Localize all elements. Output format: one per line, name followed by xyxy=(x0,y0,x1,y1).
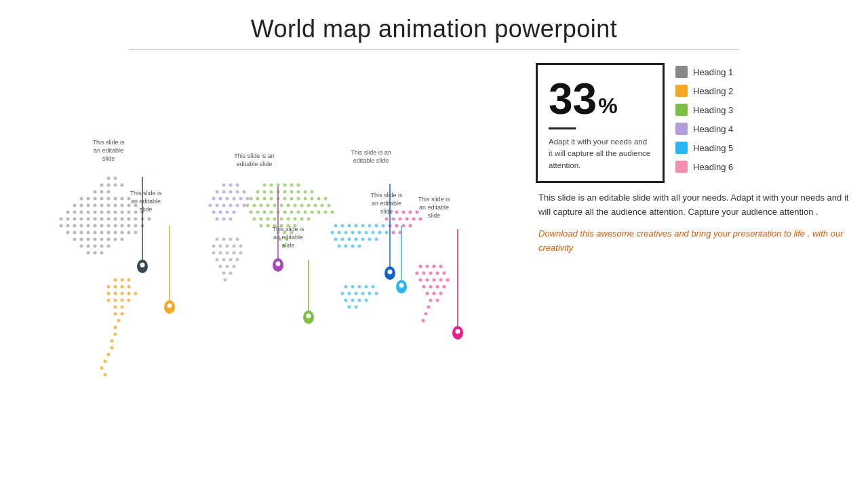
svg-point-94 xyxy=(114,279,117,282)
svg-point-36 xyxy=(94,218,97,221)
svg-point-48 xyxy=(80,224,83,228)
svg-point-108 xyxy=(121,299,124,302)
svg-point-264 xyxy=(385,231,389,235)
map-area: This slide is an editable slide This sli… xyxy=(0,49,529,483)
svg-point-306 xyxy=(402,224,406,228)
svg-point-227 xyxy=(253,218,256,221)
svg-text:slide: slide xyxy=(380,208,393,215)
svg-text:This slide is: This slide is xyxy=(130,190,162,197)
svg-point-214 xyxy=(250,211,253,214)
legend-color-swatch xyxy=(675,66,688,78)
svg-text:editable slide: editable slide xyxy=(353,157,389,164)
svg-point-172 xyxy=(229,272,233,275)
svg-point-123 xyxy=(222,184,226,187)
svg-point-63 xyxy=(100,231,104,235)
stat-percent: % xyxy=(598,95,617,117)
svg-point-275 xyxy=(358,245,361,248)
svg-point-160 xyxy=(219,251,222,255)
svg-point-291 xyxy=(348,306,351,309)
svg-point-310 xyxy=(419,265,422,268)
svg-point-217 xyxy=(270,211,273,214)
svg-point-27 xyxy=(121,211,124,214)
svg-point-169 xyxy=(226,265,229,268)
svg-point-187 xyxy=(304,190,307,194)
svg-point-220 xyxy=(290,211,294,214)
svg-point-194 xyxy=(283,197,287,201)
svg-point-216 xyxy=(263,211,267,214)
svg-point-136 xyxy=(246,197,250,201)
svg-point-356 xyxy=(456,329,460,334)
svg-point-318 xyxy=(443,272,446,275)
svg-point-54 xyxy=(121,224,124,228)
svg-point-231 xyxy=(280,218,283,221)
svg-point-333 xyxy=(427,306,431,309)
svg-point-126 xyxy=(216,190,219,194)
svg-point-134 xyxy=(233,197,236,201)
svg-point-175 xyxy=(270,184,273,187)
svg-point-150 xyxy=(216,238,219,241)
svg-point-47 xyxy=(73,224,77,228)
svg-point-75 xyxy=(114,238,117,241)
svg-point-23 xyxy=(94,211,97,214)
svg-point-173 xyxy=(224,279,227,282)
svg-point-223 xyxy=(311,211,314,214)
svg-point-157 xyxy=(233,245,236,248)
svg-point-179 xyxy=(297,184,300,187)
svg-point-219 xyxy=(283,211,287,214)
svg-point-289 xyxy=(358,299,361,302)
legend-color-swatch xyxy=(675,123,688,135)
svg-point-222 xyxy=(304,211,307,214)
svg-point-147 xyxy=(216,218,219,221)
svg-point-91 xyxy=(94,190,97,194)
svg-point-307 xyxy=(409,224,412,228)
svg-text:an editable: an editable xyxy=(419,204,449,211)
svg-point-299 xyxy=(392,218,395,221)
svg-point-154 xyxy=(212,245,216,248)
svg-point-326 xyxy=(436,285,439,289)
svg-point-206 xyxy=(280,204,283,207)
svg-text:an editable: an editable xyxy=(372,200,401,207)
legend-color-swatch xyxy=(675,161,688,173)
svg-point-76 xyxy=(121,238,124,241)
svg-point-284 xyxy=(361,292,365,296)
legend-item: Heading 1 xyxy=(675,66,733,78)
svg-point-254 xyxy=(375,224,378,228)
svg-point-6 xyxy=(114,197,117,201)
svg-point-338 xyxy=(140,263,145,268)
svg-point-252 xyxy=(361,224,365,228)
svg-point-35 xyxy=(87,218,90,221)
svg-point-80 xyxy=(100,245,104,248)
svg-point-294 xyxy=(395,211,399,214)
svg-point-287 xyxy=(344,299,348,302)
svg-point-190 xyxy=(256,197,260,201)
svg-point-155 xyxy=(219,245,222,248)
svg-point-31 xyxy=(60,218,63,221)
stat-box: 33% Adapt it with your needs and it will… xyxy=(536,63,665,183)
svg-point-121 xyxy=(100,367,104,370)
legend-stat-row: 33% Adapt it with your needs and it will… xyxy=(536,63,854,183)
svg-point-151 xyxy=(222,238,226,241)
svg-point-195 xyxy=(290,197,294,201)
svg-point-249 xyxy=(341,224,344,228)
svg-point-295 xyxy=(402,211,406,214)
svg-point-114 xyxy=(117,319,121,323)
svg-point-113 xyxy=(121,312,124,316)
svg-point-328 xyxy=(426,292,429,296)
svg-point-251 xyxy=(355,224,358,228)
svg-point-14 xyxy=(107,204,111,207)
svg-point-202 xyxy=(253,204,256,207)
svg-point-177 xyxy=(283,184,287,187)
svg-point-335 xyxy=(422,319,425,323)
svg-point-52 xyxy=(107,224,111,228)
svg-text:an editable: an editable xyxy=(273,234,303,241)
svg-point-74 xyxy=(107,238,111,241)
svg-point-163 xyxy=(239,251,243,255)
svg-point-197 xyxy=(304,197,307,201)
svg-point-55 xyxy=(127,224,131,228)
stat-value: 33 xyxy=(549,77,597,121)
svg-point-77 xyxy=(80,245,83,248)
legend-color-swatch xyxy=(675,142,688,154)
svg-point-311 xyxy=(426,265,429,268)
svg-point-21 xyxy=(80,211,83,214)
svg-point-128 xyxy=(229,190,233,194)
